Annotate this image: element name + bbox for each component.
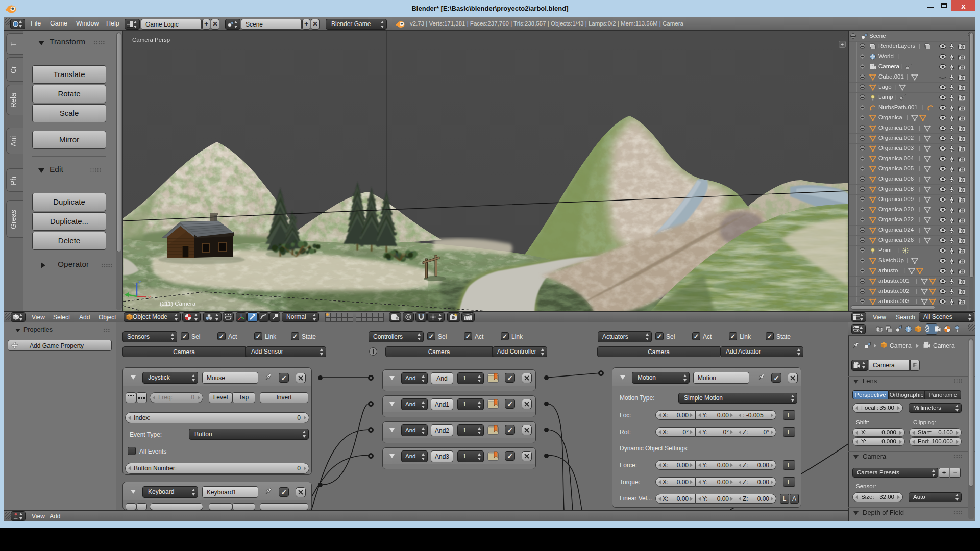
svg-text:(211) Camera: (211) Camera (160, 300, 196, 307)
svg-text:x: x (148, 294, 151, 300)
svg-text:z: z (138, 279, 141, 285)
svg-text:Camera Persp: Camera Persp (132, 37, 170, 43)
